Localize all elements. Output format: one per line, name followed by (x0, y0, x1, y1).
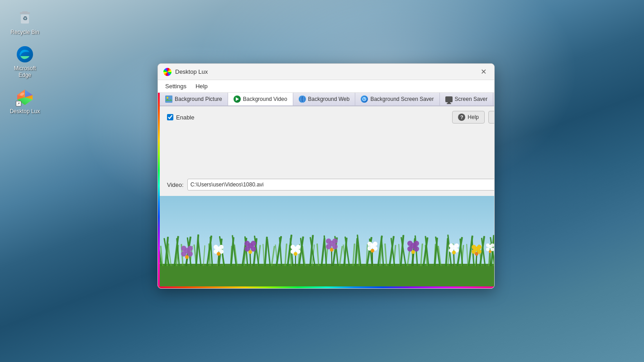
svg-point-193 (449, 243, 453, 248)
svg-point-180 (296, 245, 301, 249)
tab-screensaver-label: Screen Saver (455, 96, 488, 102)
help-icon: ? (458, 114, 465, 121)
svg-point-208 (491, 243, 494, 247)
menu-settings[interactable]: Settings (162, 81, 190, 91)
enable-checkbox-label[interactable]: Enable (167, 114, 194, 121)
tab-background-screensaver[interactable]: Background Screen Saver (355, 93, 439, 105)
svg-point-166 (414, 241, 419, 246)
svg-point-159 (332, 238, 338, 244)
svg-point-194 (454, 243, 459, 248)
svg-point-165 (407, 241, 413, 246)
app-window: Desktop Lux ✕ Settings Help (157, 63, 495, 289)
enable-checkbox[interactable] (167, 114, 173, 120)
grass-section (160, 196, 495, 286)
tab-bar: Background Picture Background Video (160, 93, 495, 106)
tab-bg-picture-label: Background Picture (175, 96, 222, 102)
tab-screensaver[interactable]: Screen Saver (440, 93, 494, 105)
window-main-content: Background Picture Background Video (160, 93, 495, 286)
desktop-lux-icon: ↗ (16, 88, 34, 106)
tab-picture-icon (165, 95, 172, 103)
svg-point-200 (472, 245, 476, 249)
svg-point-188 (371, 249, 374, 252)
menu-help[interactable]: Help (192, 81, 211, 91)
tab-screensaver-icon (445, 96, 453, 102)
svg-point-167 (411, 250, 415, 254)
video-path-label: Video: (167, 181, 184, 188)
menu-bar: Settings Help (158, 80, 494, 93)
window-title: Desktop Lux (175, 68, 208, 75)
svg-point-201 (477, 245, 482, 249)
help-button[interactable]: ? Help (452, 111, 485, 124)
svg-point-195 (452, 251, 456, 254)
tab-bg-web-label: Background Web (308, 96, 350, 102)
tab-web-icon (299, 95, 306, 103)
desktop-icon-edge[interactable]: Microsoft Edge (7, 45, 43, 79)
svg-point-152 (251, 241, 256, 246)
svg-point-172 (214, 245, 218, 249)
svg-rect-10 (165, 95, 172, 103)
find-videos-icon (494, 114, 495, 121)
enable-label: Enable (176, 114, 194, 121)
svg-point-153 (248, 250, 252, 254)
toolbar-right: ? Help (452, 111, 495, 124)
svg-point-207 (486, 243, 490, 247)
title-bar-left: Desktop Lux (163, 68, 208, 76)
help-button-label: Help (467, 114, 479, 120)
close-button[interactable]: ✕ (478, 67, 489, 77)
find-videos-button[interactable]: Find videos (488, 111, 495, 124)
svg-point-202 (475, 252, 478, 256)
tab-screensaver-bg-icon (361, 95, 368, 103)
svg-rect-210 (160, 266, 495, 286)
svg-point-158 (326, 238, 331, 244)
tab-background-picture[interactable]: Background Picture (160, 93, 228, 105)
svg-point-145 (187, 246, 193, 251)
toolbar-row: Enable ? Help (160, 106, 495, 128)
video-path-row: Video: Browse... (160, 173, 495, 196)
svg-point-174 (217, 252, 220, 256)
tab-effects[interactable]: Effec (493, 93, 495, 105)
tab-video-icon (234, 95, 241, 103)
desktop-icon-recycle-bin[interactable]: ♻ Recycle Bin (7, 9, 43, 36)
video-path-input[interactable] (187, 179, 495, 191)
tab-background-video[interactable]: Background Video (228, 93, 293, 106)
svg-point-151 (244, 241, 250, 246)
svg-point-160 (330, 248, 334, 252)
rainbow-bottom-border (158, 286, 494, 288)
shortcut-arrow-icon: ↗ (16, 101, 21, 106)
tab-background-web[interactable]: Background Web (293, 93, 356, 105)
tab-bg-video-label: Background Video (243, 96, 287, 102)
title-bar: Desktop Lux ✕ (158, 64, 494, 80)
svg-point-4 (17, 46, 33, 62)
svg-point-186 (367, 242, 372, 246)
edge-label: Microsoft Edge (7, 65, 43, 79)
svg-point-173 (219, 245, 224, 249)
svg-point-179 (291, 245, 295, 249)
desktop-icons: ♻ Recycle Bin (0, 0, 50, 124)
empty-preview-area (160, 128, 495, 173)
svg-point-146 (185, 255, 189, 259)
app-title-icon (163, 68, 172, 76)
recycle-bin-icon: ♻ (16, 9, 34, 27)
svg-point-181 (294, 252, 297, 256)
content-area: Enable ? Help (160, 106, 495, 286)
window-body: Background Picture Background Video (158, 93, 494, 286)
svg-point-187 (373, 242, 377, 246)
desktop-icon-desktop-lux[interactable]: ↗ Desktop Lux (7, 88, 43, 115)
recycle-bin-label: Recycle Bin (10, 29, 39, 36)
svg-point-144 (181, 246, 186, 251)
svg-rect-1 (22, 11, 28, 13)
svg-point-209 (489, 250, 491, 253)
tab-bg-screensaver-label: Background Screen Saver (370, 96, 434, 102)
svg-point-11 (167, 97, 168, 99)
desktop-lux-label: Desktop Lux (10, 108, 40, 115)
svg-text:♻: ♻ (23, 15, 28, 22)
edge-icon (16, 45, 34, 63)
